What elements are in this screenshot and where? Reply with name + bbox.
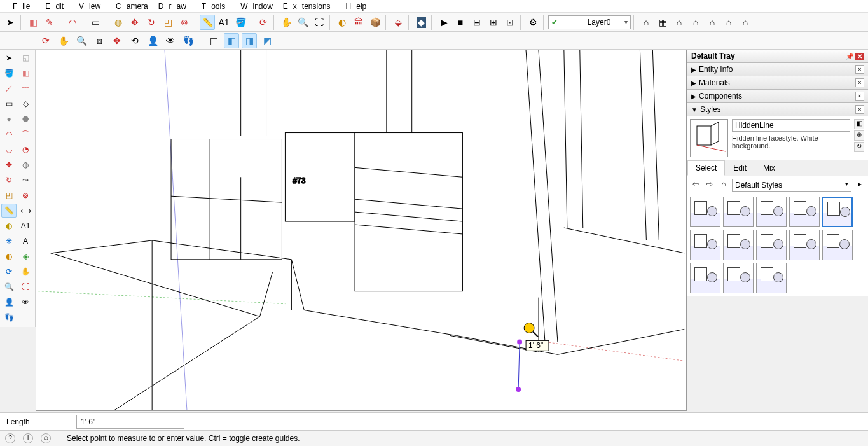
style-thumbnail[interactable]: [822, 197, 853, 227]
l-zoomext-icon[interactable]: ⛶: [18, 280, 33, 294]
menu-draw[interactable]: Draw: [153, 1, 191, 12]
nav-fwd-icon[interactable]: ⇨: [704, 179, 715, 191]
style-thumbnail[interactable]: [690, 197, 720, 227]
zoom2-icon[interactable]: 🔍: [74, 33, 89, 48]
view-right-icon[interactable]: ⌂: [688, 15, 703, 30]
view-iso-icon[interactable]: ⌂: [638, 15, 654, 30]
style-thumbnail[interactable]: [789, 230, 820, 260]
warehouse-icon[interactable]: 🏛: [351, 15, 366, 30]
pan-icon[interactable]: ✋: [279, 15, 294, 30]
styles-tab-edit[interactable]: Edit: [725, 160, 755, 176]
measurement-value-input[interactable]: 1' 6": [76, 415, 184, 429]
rectangle-icon[interactable]: ▭: [88, 15, 103, 30]
text-icon[interactable]: A1: [216, 15, 231, 30]
l-pie-icon[interactable]: ◔: [18, 143, 33, 157]
l-pushpull-icon[interactable]: ◍: [18, 158, 33, 172]
view-front-icon[interactable]: ⌂: [672, 15, 687, 30]
view-bottom-icon[interactable]: ⌂: [738, 15, 753, 30]
stop-icon[interactable]: ■: [453, 15, 468, 30]
l-zoom-icon[interactable]: 🔍: [1, 280, 17, 294]
l-eraser-icon[interactable]: ◧: [18, 66, 33, 80]
l-look-icon[interactable]: 👁: [18, 295, 33, 309]
l-position-icon[interactable]: 👤: [1, 295, 17, 309]
move-icon[interactable]: ✥: [127, 15, 142, 30]
l-rotrect-icon[interactable]: ◇: [18, 97, 33, 111]
l-pan-icon[interactable]: ✋: [18, 265, 33, 279]
l-rect-icon[interactable]: ▭: [1, 97, 17, 111]
l-line-icon[interactable]: ／: [1, 81, 17, 95]
eraser-icon[interactable]: ◧: [25, 15, 41, 30]
orbit-icon[interactable]: ⟳: [256, 15, 271, 30]
styles-collection-dropdown[interactable]: Default Styles: [732, 179, 851, 192]
model-viewport[interactable]: #73 1' 6": [36, 50, 687, 411]
l-arc3-icon[interactable]: ◡: [1, 143, 17, 157]
pencil-icon[interactable]: ✎: [42, 15, 57, 30]
l-geo-icon[interactable]: ◈: [18, 249, 33, 263]
style-update-icon[interactable]: ↻: [854, 142, 864, 152]
l-rotate-icon[interactable]: ↻: [1, 173, 17, 187]
style-thumbnail[interactable]: [756, 230, 787, 260]
style-thumbnail[interactable]: [723, 263, 754, 293]
l-dimension-icon[interactable]: ⟷: [18, 204, 33, 218]
l-scale-icon[interactable]: ◰: [1, 188, 17, 202]
components-icon[interactable]: 📦: [368, 15, 383, 30]
nav-back-icon[interactable]: ⇦: [690, 179, 701, 191]
l-circle-icon[interactable]: ●: [1, 112, 17, 126]
section-display-icon[interactable]: ◫: [206, 33, 221, 48]
menu-file[interactable]: File: [3, 1, 35, 12]
l-select-icon[interactable]: ➤: [1, 51, 17, 65]
zoom-icon[interactable]: 🔍: [295, 15, 310, 30]
pushpull-icon[interactable]: ◍: [111, 15, 126, 30]
l-freehand-icon[interactable]: 〰: [18, 81, 33, 95]
panel-materials[interactable]: ▶Materials×: [687, 76, 868, 90]
logo-icon[interactable]: ◆: [413, 15, 429, 30]
styles-tab-select[interactable]: Select: [687, 160, 725, 176]
l-walk-icon[interactable]: 👣: [1, 310, 17, 324]
scene-next-icon[interactable]: ⊡: [502, 15, 518, 30]
style-thumbnail[interactable]: [723, 197, 754, 227]
zoom-extents-icon[interactable]: ⛶: [312, 15, 327, 30]
zoom-previous-icon[interactable]: ⟲: [127, 33, 142, 48]
style-preview-thumb[interactable]: [690, 119, 728, 157]
orbit2-icon[interactable]: ⟳: [38, 33, 53, 48]
panel-entity-info[interactable]: ▶Entity Info×: [687, 63, 868, 76]
style-name-input[interactable]: [732, 119, 850, 132]
settings-icon[interactable]: ⚙: [525, 15, 541, 30]
zoom-window-icon[interactable]: ⧈: [92, 33, 107, 48]
section-icon[interactable]: ◐: [334, 15, 350, 30]
style-thumbnail[interactable]: [789, 197, 820, 227]
view-top-icon[interactable]: ▦: [655, 15, 670, 30]
nav-details-icon[interactable]: ▸: [854, 179, 865, 191]
style-thumbnail[interactable]: [723, 230, 754, 260]
scene-add-icon[interactable]: ⊞: [486, 15, 501, 30]
menu-view[interactable]: View: [69, 1, 106, 12]
l-arc-icon[interactable]: ◠: [1, 127, 17, 141]
l-3dtext-icon[interactable]: A: [18, 234, 33, 248]
walk-icon[interactable]: 👣: [181, 33, 196, 48]
info-icon[interactable]: i: [23, 433, 33, 443]
layer-dropdown[interactable]: ✔ Layer0: [548, 15, 631, 29]
arc-icon[interactable]: ◠: [65, 15, 80, 30]
section-plane-icon[interactable]: ◧: [224, 33, 239, 48]
position-camera-icon[interactable]: 👤: [145, 33, 160, 48]
style-thumbnail[interactable]: [690, 263, 720, 293]
panel-components[interactable]: ▶Components×: [687, 90, 868, 103]
menu-camera[interactable]: Camera: [106, 1, 153, 12]
pan2-icon[interactable]: ✋: [56, 33, 71, 48]
paint-icon[interactable]: 🪣: [233, 15, 248, 30]
styles-tab-mix[interactable]: Mix: [755, 160, 783, 176]
menu-extensions[interactable]: Extensions: [278, 1, 336, 12]
view-back-icon[interactable]: ⌂: [705, 15, 720, 30]
l-move-icon[interactable]: ✥: [1, 158, 17, 172]
style-thumbnail[interactable]: [756, 263, 787, 293]
l-tape-icon[interactable]: 📏: [1, 204, 17, 218]
l-protractor-icon[interactable]: ◐: [1, 219, 17, 233]
l-section-icon[interactable]: ◐: [1, 249, 17, 263]
select-tool-icon[interactable]: ➤: [3, 15, 18, 30]
zoom-extents2-icon[interactable]: ✥: [109, 33, 125, 48]
user-icon[interactable]: ☺: [41, 433, 51, 443]
look-around-icon[interactable]: 👁: [163, 33, 178, 48]
section-cut-icon[interactable]: ◨: [242, 33, 257, 48]
menu-edit[interactable]: Edit: [35, 1, 69, 12]
help-icon[interactable]: ?: [5, 433, 15, 443]
